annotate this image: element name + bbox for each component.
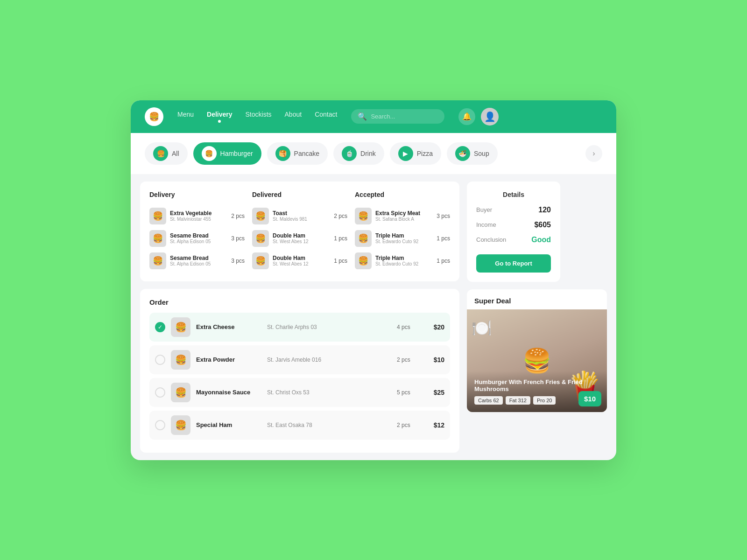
main-nav: Menu Delivery Stockists About Contact — [177, 110, 337, 123]
details-card: Details Buyer 120 Income $605 Conclusion… — [467, 182, 560, 282]
delivery-column: Delivery 🍔 Extra Vegetable St. Malvinios… — [149, 191, 245, 272]
accepted-column: Accepted 🍔 Extra Spicy Meat St. Safana B… — [355, 191, 450, 272]
main-content: Delivery 🍔 Extra Vegetable St. Malvinios… — [131, 174, 616, 460]
food-image: 🍔 — [149, 252, 166, 269]
food-image: 🍔 — [252, 230, 269, 247]
category-soup[interactable]: 🍜 Soup — [447, 142, 498, 165]
table-row: 🍔 Triple Ham St. Edwardo Cuto 92 1 pcs — [355, 227, 450, 250]
food-image: 🍔 — [355, 252, 372, 269]
food-image: 🍔 — [355, 208, 372, 224]
report-button[interactable]: Go to Report — [476, 254, 551, 273]
food-image: 🍔 — [252, 252, 269, 269]
income-row: Income $605 — [476, 221, 551, 229]
logo[interactable]: 🍔 — [145, 107, 163, 126]
delivery-col-header: Delivery — [149, 191, 245, 198]
pancake-icon: 🥞 — [275, 146, 290, 161]
delivery-grid: Delivery 🍔 Extra Vegetable St. Malvinios… — [149, 191, 450, 272]
nav-item-about[interactable]: About — [285, 110, 302, 123]
table-row: 🍔 Double Ham St. West Abes 12 1 pcs — [252, 250, 347, 272]
soup-icon: 🍜 — [455, 146, 470, 161]
pizza-icon: ▶ — [398, 146, 413, 161]
deal-tag-pro: Pro 20 — [533, 396, 556, 405]
order-row[interactable]: 🍔 Special Ham St. East Osaka 78 2 pcs $1… — [149, 411, 450, 440]
super-deal-title: Super Deal — [467, 289, 607, 309]
drink-icon: 🍵 — [342, 146, 357, 161]
delivered-column: Delivered 🍔 Toast St. Maldevis 981 2 pcs… — [252, 191, 347, 272]
nav-item-menu[interactable]: Menu — [177, 110, 194, 123]
delivered-col-header: Delivered — [252, 191, 347, 198]
category-all[interactable]: 🍔 All — [145, 142, 188, 165]
order-food-image: 🍔 — [171, 317, 190, 337]
accepted-col-header: Accepted — [355, 191, 450, 198]
header-icons: 🔔 👤 — [458, 108, 499, 126]
order-section: Order ✓ 🍔 Extra Cheese St. Charlie Arphs… — [140, 289, 459, 453]
app-container: 🍔 Menu Delivery Stockists About Contact — [131, 100, 616, 460]
delivery-card: Delivery 🍔 Extra Vegetable St. Malvinios… — [140, 182, 459, 281]
order-checkbox-2[interactable] — [155, 355, 165, 365]
table-row: 🍔 Sesame Bread St. Alpha Edison 05 3 pcs — [149, 250, 245, 272]
order-food-image: 🍔 — [171, 383, 190, 402]
table-row: 🍔 Sesame Bread St. Alpha Edison 05 3 pcs — [149, 227, 245, 250]
hamburger-icon: 🍔 — [202, 146, 217, 161]
active-dot — [218, 120, 221, 123]
category-pancake[interactable]: 🥞 Pancake — [267, 142, 328, 165]
order-row[interactable]: 🍔 Extra Powder St. Jarvis Ameble 016 2 p… — [149, 345, 450, 374]
order-checkbox-4[interactable] — [155, 420, 165, 430]
super-deal-card: Super Deal 🍽️ 🍔 🍟 Humburger With French … — [467, 289, 607, 412]
burger-icon: 🍔 — [522, 347, 551, 374]
food-image: 🍔 — [355, 230, 372, 247]
right-panel: Details Buyer 120 Income $605 Conclusion… — [467, 182, 607, 453]
table-row: 🍔 Extra Vegetable St. Malviniostar 455 2… — [149, 205, 245, 227]
category-hamburger[interactable]: 🍔 Hamburger — [193, 142, 261, 165]
left-panel: Delivery 🍔 Extra Vegetable St. Malvinios… — [140, 182, 459, 453]
all-icon: 🍔 — [153, 146, 168, 161]
nav-item-stockists[interactable]: Stockists — [246, 110, 272, 123]
order-row[interactable]: 🍔 Mayonnaise Sauce St. Christ Oxs 53 5 p… — [149, 378, 450, 407]
deal-tag-carbs: Carbs 62 — [474, 396, 503, 405]
search-bar[interactable]: 🔍 — [351, 109, 444, 124]
nav-item-contact[interactable]: Contact — [315, 110, 337, 123]
deal-price-badge: $10 — [578, 391, 601, 406]
nav-item-delivery[interactable]: Delivery — [207, 110, 232, 123]
food-image: 🍔 — [252, 208, 269, 224]
deal-image: 🍽️ 🍔 🍟 Humburger With French Fries & Fri… — [467, 309, 607, 412]
details-title: Details — [476, 191, 551, 198]
order-checkbox-3[interactable] — [155, 387, 165, 398]
order-checkbox-1[interactable]: ✓ — [155, 322, 165, 332]
order-row[interactable]: ✓ 🍔 Extra Cheese St. Charlie Arphs 03 4 … — [149, 313, 450, 342]
plate-icon: 🍽️ — [472, 319, 492, 338]
search-input[interactable] — [371, 113, 438, 120]
conclusion-row: Conclusion Good — [476, 236, 551, 244]
order-food-image: 🍔 — [171, 350, 190, 370]
search-icon: 🔍 — [358, 112, 367, 121]
table-row: 🍔 Toast St. Maldevis 981 2 pcs — [252, 205, 347, 227]
category-pizza[interactable]: ▶ Pizza — [390, 142, 441, 165]
more-categories-button[interactable]: › — [585, 145, 602, 162]
deal-tag-fat: Fat 312 — [506, 396, 530, 405]
food-image: 🍔 — [149, 230, 166, 247]
header: 🍔 Menu Delivery Stockists About Contact — [131, 100, 616, 133]
category-drink[interactable]: 🍵 Drink — [333, 142, 384, 165]
notification-bell[interactable]: 🔔 — [458, 108, 475, 125]
avatar[interactable]: 👤 — [481, 108, 499, 126]
food-image: 🍔 — [149, 208, 166, 224]
order-food-image: 🍔 — [171, 415, 190, 435]
table-row: 🍔 Triple Ham St. Edwardo Cuto 92 1 pcs — [355, 250, 450, 272]
deal-name: Humburger With French Fries & Fried Mush… — [474, 378, 599, 392]
buyer-row: Buyer 120 — [476, 206, 551, 214]
order-title: Order — [149, 298, 450, 306]
table-row: 🍔 Double Ham St. West Abes 12 1 pcs — [252, 227, 347, 250]
table-row: 🍔 Extra Spicy Meat St. Safana Block A 3 … — [355, 205, 450, 227]
category-section: 🍔 All 🍔 Hamburger 🥞 Pancake 🍵 Drink ▶ Pi… — [131, 133, 616, 174]
